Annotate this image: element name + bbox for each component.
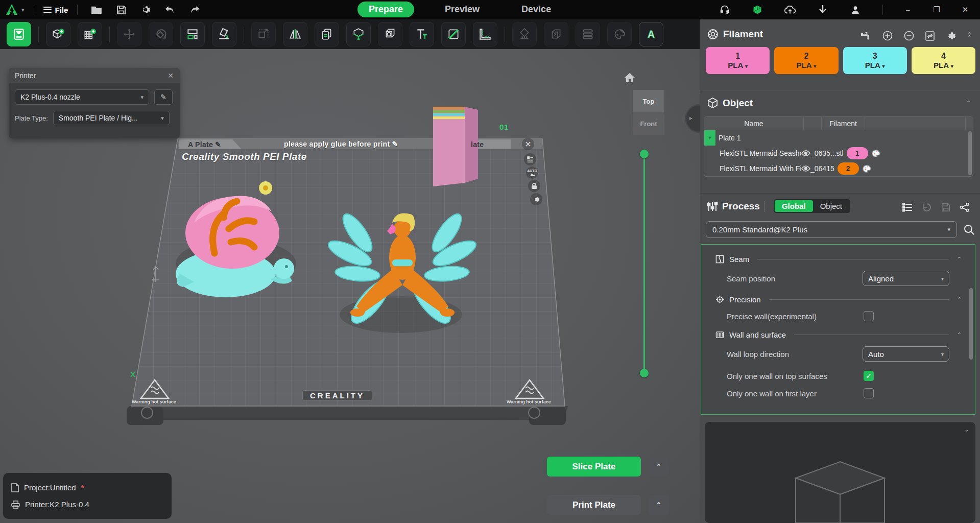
color-palette-button[interactable] [607,22,632,46]
model-mermaid[interactable] [325,210,480,333]
seam-position-select[interactable]: Aligned▾ [863,271,949,286]
file-menu[interactable]: File [43,5,68,14]
printer-card-close-icon[interactable]: ✕ [168,72,174,80]
object-table-scrollbar[interactable] [968,131,972,175]
process-profile-select[interactable]: 0.20mm Standard@K2 Plus▾ [706,221,957,238]
layer-stack-button[interactable] [576,22,600,46]
user-account-icon[interactable] [846,2,865,17]
minimize-button[interactable]: − [900,6,916,14]
plate-tab-label[interactable]: A Plate ✎ [188,140,221,149]
support-paint-button[interactable] [512,22,537,46]
clip-slider-track[interactable] [643,155,645,372]
paint-tool-button[interactable] [441,22,466,46]
fuzzy-skin-button[interactable] [544,22,568,46]
clip-slider-handle-top[interactable] [640,150,649,158]
seam-section-header[interactable]: Seam ⌃ [715,255,962,264]
plate-gear-icon[interactable] [530,193,542,205]
plate-row[interactable]: ▼ Plate 1 [704,130,973,146]
remove-filament-icon[interactable] [904,31,914,41]
category-others-tab[interactable] [701,316,701,332]
split-tool-button[interactable] [346,22,371,46]
slice-options-button[interactable]: ⌃ [649,457,669,477]
collapse-precision-icon[interactable]: ⌃ [957,298,962,301]
auto-arrange-button[interactable] [180,22,205,46]
filament-chip-1[interactable]: 1 PLA ▾ [706,47,770,74]
mirror-tool-button[interactable] [283,22,307,46]
printer-select[interactable]: K2 Plus-0.4 nozzle▾ [15,89,149,105]
measure-tool-button[interactable] [473,22,497,46]
tab-preview[interactable]: Preview [434,2,491,17]
plate-tab-right-label[interactable]: late [471,140,484,149]
cloud-upload-icon[interactable] [780,2,800,17]
share-profile-icon[interactable] [960,203,970,212]
lay-on-face-button[interactable] [212,22,236,46]
plate-type-select[interactable]: Smooth PEI Plate / Hig...▾ [53,111,170,125]
parameter-list-icon[interactable] [902,203,913,212]
collapse-object-icon[interactable]: ⌃ [966,101,971,104]
scale-tool-button[interactable] [251,22,276,46]
paint-palette-icon[interactable] [862,164,872,173]
viewport-3d[interactable]: A Plate ✎ please apply glue before print… [0,49,700,523]
text-tool-button[interactable] [410,22,434,46]
print-options-button[interactable]: ⌃ [649,495,669,515]
filament-chip-2[interactable]: 2 PLA ▾ [774,47,838,74]
wall-surface-section-header[interactable]: Wall and surface ⌃ [715,330,962,339]
clip-slider-handle-bottom[interactable] [640,369,649,377]
visibility-eye-icon[interactable] [801,150,810,156]
save-profile-icon[interactable] [941,203,950,212]
close-button[interactable]: ✕ [958,5,973,14]
flush-filament-icon[interactable] [861,31,871,40]
object-row-2[interactable]: FlexiSTL Mermaid With Fin _06415 2 [704,161,973,176]
redo-button[interactable] [185,2,204,17]
filament-chip-3[interactable]: 3 PLA ▾ [843,47,907,74]
visibility-eye-icon[interactable] [801,165,810,172]
filament-settings-icon[interactable] [946,31,956,41]
creality-cloud-icon[interactable] [748,2,767,17]
category-support-tab[interactable] [701,298,701,315]
tab-prepare[interactable]: Prepare [357,2,414,17]
save-button[interactable] [111,2,131,17]
one-wall-top-checkbox[interactable]: ✓ [864,371,874,381]
view-front-button[interactable]: Front [633,112,664,135]
filament-assignment-pill[interactable]: 1 [847,147,868,159]
add-plate-button[interactable] [78,22,102,46]
lock-plate-icon[interactable] [528,180,540,192]
restore-button[interactable]: ❐ [929,5,944,14]
support-headset-icon[interactable] [715,2,734,17]
filament-chip-4[interactable]: 4 PLA ▾ [912,47,975,74]
download-icon[interactable] [813,2,832,17]
view-top-button[interactable]: Top [633,90,664,112]
collapse-wall-icon[interactable]: ⌃ [957,333,962,336]
wall-loop-direction-select[interactable]: Auto▾ [863,346,949,362]
move-tool-button[interactable] [117,22,141,46]
clone-tool-button[interactable] [315,22,339,46]
category-quality-tab[interactable] [701,244,701,261]
object-row-1[interactable]: FlexiSTL Mermaid Seashore Rock S _0635..… [704,146,973,161]
text-label-button[interactable]: A [639,22,663,46]
collapse-filament-icon[interactable]: ⌃⌃ [967,33,972,39]
hollow-tool-button[interactable] [378,22,402,46]
one-wall-first-layer-checkbox[interactable]: ✓ [864,388,874,398]
slice-plate-button[interactable]: Slice Plate [547,457,641,477]
print-plate-button[interactable]: Print Plate [547,495,641,515]
edit-printer-button[interactable]: ✎ [154,89,173,105]
scope-tab-global[interactable]: Global [775,200,813,212]
home-view-icon[interactable] [624,73,635,85]
creality-logo-icon[interactable] [5,4,18,16]
rotate-tool-button[interactable] [149,22,173,46]
prepare-plate-button[interactable] [7,22,31,46]
close-plate-button[interactable]: ✕ [522,138,534,150]
precision-section-header[interactable]: Precision ⌃ [715,295,962,304]
filament-assignment-pill[interactable]: 2 [838,162,859,175]
logo-dropdown-icon[interactable]: ▾ [21,7,25,13]
settings-scrollbar[interactable] [969,288,973,360]
auto-arrange-plate-button[interactable]: AUTO [526,167,538,179]
search-profile-icon[interactable] [963,224,975,236]
collapse-preview-icon[interactable]: ⌄ [964,426,969,433]
add-filament-icon[interactable] [882,31,893,41]
sync-filament-icon[interactable] [925,31,935,41]
plate-settings-icon[interactable] [524,153,536,165]
undo-button[interactable] [160,2,180,17]
open-file-button[interactable] [87,2,106,17]
scope-tab-object[interactable]: Object [813,200,849,212]
